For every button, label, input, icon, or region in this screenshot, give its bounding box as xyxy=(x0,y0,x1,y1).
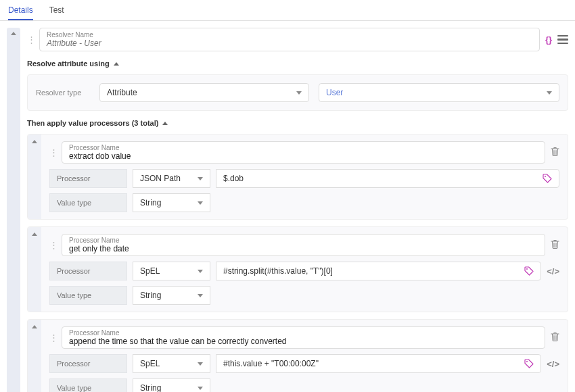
processor-type-value: SpEL xyxy=(140,266,160,276)
valuetype-select[interactable]: String xyxy=(133,286,210,305)
braces-icon[interactable]: {} xyxy=(545,34,552,45)
expression-value: #string.split(#this.value, "T")[0] xyxy=(223,266,333,276)
valuetype-select[interactable]: String xyxy=(133,193,210,212)
resolver-type-select[interactable]: Attribute xyxy=(99,83,309,102)
processors-section-header[interactable]: Then apply value processors (3 total) xyxy=(27,116,568,128)
svg-point-1 xyxy=(526,268,528,270)
svg-point-2 xyxy=(526,361,528,362)
processor-name-input[interactable]: Processor Name append the time so that t… xyxy=(62,326,545,349)
chevron-down-icon xyxy=(198,387,203,390)
tab-test[interactable]: Test xyxy=(49,3,64,20)
chevron-up-icon xyxy=(32,232,37,236)
processor-block: ⋮⋮ Processor Name get only the date Proc… xyxy=(27,226,568,312)
chevron-down-icon xyxy=(198,270,203,273)
resolver-type-value: Attribute xyxy=(107,88,137,97)
tab-bar: Details Test xyxy=(0,0,575,21)
processor-collapse-rail[interactable] xyxy=(28,227,41,312)
processor-name-label: Processor Name xyxy=(69,144,538,151)
tag-icon[interactable] xyxy=(524,266,534,276)
processor-type-label: Processor xyxy=(49,169,127,188)
resolver-collapse-rail[interactable] xyxy=(7,28,20,392)
valuetype-label: Value type xyxy=(49,378,127,392)
chevron-down-icon xyxy=(198,294,203,297)
chevron-down-icon xyxy=(296,91,302,95)
expression-input[interactable]: $.dob xyxy=(216,169,559,188)
menu-icon[interactable] xyxy=(557,35,568,45)
processor-type-select[interactable]: SpEL xyxy=(133,354,210,373)
processor-type-label: Processor xyxy=(49,262,127,280)
resolve-box: Resolver type Attribute User xyxy=(27,74,568,111)
processor-name-label: Processor Name xyxy=(69,329,538,337)
expression-input[interactable]: #string.split(#this.value, "T")[0] xyxy=(216,262,541,280)
resolver-name-value: Attribute - User xyxy=(47,39,532,48)
valuetype-select[interactable]: String xyxy=(133,378,210,392)
processor-type-label: Processor xyxy=(49,354,127,373)
chevron-up-icon xyxy=(162,122,168,125)
main-panel: ⋮⋮ Resolver Name Attribute - User {} Res… xyxy=(0,21,575,392)
tag-icon[interactable] xyxy=(524,359,534,368)
expression-input[interactable]: #this.value + "T00:00:00Z" xyxy=(216,354,541,373)
drag-handle-icon[interactable]: ⋮⋮ xyxy=(49,148,56,157)
chevron-up-icon xyxy=(32,325,37,328)
processor-name-input[interactable]: Processor Name extract dob value xyxy=(62,141,545,164)
processor-collapse-rail[interactable] xyxy=(28,134,41,219)
code-icon[interactable]: </> xyxy=(547,266,559,276)
chevron-down-icon xyxy=(198,201,203,205)
valuetype-value: String xyxy=(140,291,161,300)
valuetype-label: Value type xyxy=(49,193,127,212)
drag-handle-icon[interactable]: ⋮⋮ xyxy=(27,35,34,44)
chevron-up-icon xyxy=(32,140,37,143)
resolver-name-input[interactable]: Resolver Name Attribute - User xyxy=(39,28,540,51)
processor-type-select[interactable]: JSON Path xyxy=(133,169,210,188)
chevron-up-icon xyxy=(114,62,119,66)
tag-icon[interactable] xyxy=(543,174,552,183)
resolver-scope-value: User xyxy=(326,88,343,97)
processor-name-value: get only the date xyxy=(69,244,538,253)
processor-type-value: SpEL xyxy=(140,359,160,368)
drag-handle-icon[interactable]: ⋮⋮ xyxy=(49,241,56,249)
processor-block: ⋮⋮ Processor Name append the time so tha… xyxy=(27,319,568,392)
processor-list: ⋮⋮ Processor Name extract dob value Proc… xyxy=(27,134,568,392)
resolver-content: ⋮⋮ Resolver Name Attribute - User {} Res… xyxy=(27,28,568,392)
processor-collapse-rail[interactable] xyxy=(28,320,41,392)
processor-name-input[interactable]: Processor Name get only the date xyxy=(62,234,545,256)
processor-name-label: Processor Name xyxy=(69,237,538,244)
valuetype-value: String xyxy=(140,383,161,392)
resolve-section-header[interactable]: Resolve attribute using xyxy=(27,57,568,69)
drag-handle-icon[interactable]: ⋮⋮ xyxy=(49,333,56,342)
trash-icon[interactable] xyxy=(551,332,559,343)
valuetype-label: Value type xyxy=(49,286,127,305)
processor-type-value: JSON Path xyxy=(140,174,181,183)
resolve-section-title: Resolve attribute using xyxy=(27,59,110,68)
chevron-down-icon xyxy=(198,177,203,180)
chevron-up-icon xyxy=(11,32,16,35)
expression-value: $.dob xyxy=(223,174,244,183)
expression-value: #this.value + "T00:00:00Z" xyxy=(223,359,319,368)
svg-point-0 xyxy=(545,176,546,177)
processor-type-select[interactable]: SpEL xyxy=(133,262,210,280)
code-icon[interactable]: </> xyxy=(547,359,559,369)
valuetype-value: String xyxy=(140,198,161,207)
processor-name-value: extract dob value xyxy=(69,151,538,161)
resolver-scope-select[interactable]: User xyxy=(319,83,559,102)
chevron-down-icon xyxy=(198,362,203,366)
trash-icon[interactable] xyxy=(551,239,559,251)
resolver-type-label: Resolver type xyxy=(36,89,90,97)
processor-block: ⋮⋮ Processor Name extract dob value Proc… xyxy=(27,134,568,220)
tab-details[interactable]: Details xyxy=(8,3,33,20)
processor-name-value: append the time so that the value can be… xyxy=(69,337,538,346)
resolver-name-row: ⋮⋮ Resolver Name Attribute - User {} xyxy=(27,28,568,51)
chevron-down-icon xyxy=(547,91,552,95)
resolver-name-label: Resolver Name xyxy=(47,31,532,39)
processors-section-title: Then apply value processors (3 total) xyxy=(27,119,158,127)
trash-icon[interactable] xyxy=(551,147,559,158)
